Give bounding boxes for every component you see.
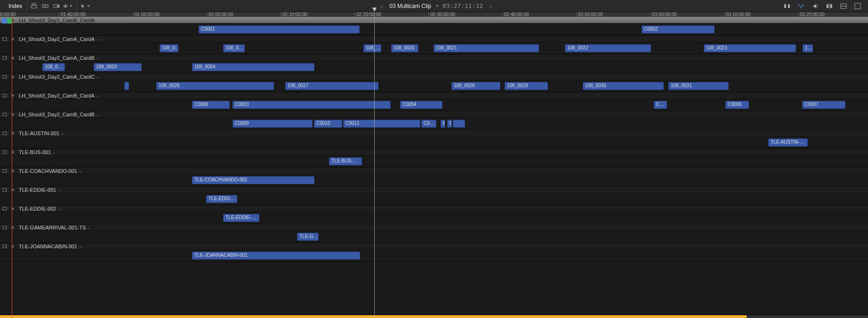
angle-track[interactable]: TLE-COACHVANDO-001 — [0, 174, 868, 187]
angle-name-dropdown[interactable]: TLE-JOANNACABIN-001 ⌵ — [19, 244, 81, 249]
angle-track[interactable]: C0009C0010C0011C0…FC — [0, 118, 868, 130]
timeline-ruler[interactable]: 0:00:00 01:40:00:0001:50:00:0002:00:00:0… — [0, 12, 868, 17]
clip[interactable]: TLE-COACHVANDO-001 — [192, 176, 314, 184]
clip[interactable]: TLE-EDDIE-… — [223, 214, 259, 222]
clip[interactable]: 108_0026 — [156, 82, 274, 90]
angle-header[interactable]: LH_Shoot3_Day1_CamB_CardA ⌵ — [0, 17, 868, 24]
clip[interactable]: C0004 — [400, 101, 442, 109]
clip[interactable]: 1… — [803, 44, 813, 52]
audio-monitor-icon[interactable] — [7, 18, 12, 24]
monitor-icon[interactable] — [2, 130, 8, 136]
clip[interactable]: C0010 — [314, 120, 342, 128]
skimming-icon[interactable] — [782, 1, 792, 11]
audio-icon[interactable] — [10, 130, 16, 136]
clip[interactable]: C0007 — [802, 101, 845, 109]
angle-header[interactable]: TLE-BUS-001 ⌵ — [0, 149, 868, 155]
angle-track[interactable]: TLE-BUS-… — [0, 155, 868, 168]
angle-track[interactable]: 108_0…108_0003108_0004 — [0, 61, 868, 73]
nav-next-icon[interactable]: › — [487, 2, 495, 10]
clip[interactable]: 108_0030 — [583, 82, 664, 90]
fullscreen-icon[interactable] — [853, 1, 862, 11]
clip[interactable] — [453, 120, 465, 128]
clip[interactable]: TLE-G… — [297, 233, 319, 241]
clip[interactable]: TLE-EDDI… — [206, 195, 237, 203]
clip[interactable]: 108_… — [363, 44, 381, 52]
clip[interactable]: 108_0… — [223, 44, 245, 52]
audio-icon[interactable] — [10, 244, 16, 249]
clip[interactable]: 108_0020 — [391, 44, 418, 52]
angle-name-dropdown[interactable]: LH_Shoot3_Day2_CamB_CardA ⌵ — [19, 93, 99, 98]
audio-skim-icon[interactable] — [796, 1, 806, 11]
angle-track[interactable]: C0001C0002 — [0, 24, 868, 36]
monitor-icon[interactable] — [2, 168, 8, 174]
audio-icon[interactable] — [10, 206, 16, 212]
clip[interactable]: C0002 — [642, 25, 715, 33]
angle-header[interactable]: TLE-COACHVANDO-001 ⌵ — [0, 168, 868, 174]
angle-name-dropdown[interactable]: TLE-GAMEARRIVAL-001-TS ⌵ — [19, 225, 90, 230]
angle-name-dropdown[interactable]: LH_Shoot3_Day2_CamB_CardB ⌵ — [19, 112, 99, 117]
clip[interactable]: C0011 — [343, 120, 420, 128]
angle-track[interactable]: TLE-G… — [0, 231, 868, 243]
monitor-icon[interactable] — [2, 93, 8, 98]
angle-header[interactable]: LH_Shoot3_Day2_CamA_CardA ⌵ — [0, 36, 868, 42]
layout-icon[interactable] — [839, 1, 848, 11]
audio-icon[interactable] — [10, 93, 16, 98]
angle-name-dropdown[interactable]: TLE-BUS-001 ⌵ — [19, 149, 55, 155]
monitor-icon[interactable] — [2, 36, 8, 42]
angle-track[interactable]: TLE-EDDI… — [0, 193, 868, 205]
index-button[interactable]: Index — [4, 0, 27, 12]
angle-name-dropdown[interactable]: LH_Shoot3_Day2_CamA_CardA ⌵ — [19, 36, 99, 42]
clip[interactable]: 108_0023 — [704, 44, 796, 52]
clip[interactable]: C0… — [421, 120, 436, 128]
clip[interactable]: 108_0… — [42, 63, 65, 71]
clip[interactable]: 108_0031 — [668, 82, 729, 90]
monitor-icon[interactable] — [2, 187, 8, 193]
monitor-icon[interactable] — [2, 244, 8, 249]
clip[interactable]: 108_0027 — [285, 82, 378, 90]
angle-header[interactable]: TLE-JOANNACABIN-001 ⌵ — [0, 243, 868, 250]
clip[interactable]: C — [447, 120, 452, 128]
angle-header[interactable]: LH_Shoot3_Day2_CamA_CardB ⌵ — [0, 55, 868, 61]
audio-icon[interactable] — [10, 149, 16, 155]
clip[interactable]: TLE-AUSTIN-… — [768, 139, 808, 147]
angle-track[interactable]: TLE-JOANNACABIN-001 — [0, 250, 868, 262]
snapping-icon[interactable] — [825, 1, 834, 11]
angle-header[interactable]: TLE-GAMEARRIVAL-001-TS ⌵ — [0, 224, 868, 231]
angle-track[interactable]: C0008C0003C0004C…C0006C0007 — [0, 99, 868, 111]
angle-name-dropdown[interactable]: TLE-EDDIE-002 ⌵ — [19, 206, 60, 212]
clip[interactable]: 108_0003 — [94, 63, 142, 71]
audio-icon[interactable] — [10, 112, 16, 117]
audio-icon[interactable] — [10, 168, 16, 174]
clip[interactable]: TLE-BUS-… — [329, 157, 362, 165]
angle-header[interactable]: TLE-EDDIE-002 ⌵ — [0, 205, 868, 212]
angle-track[interactable]: 108_0026108_0027108_0028108_0029108_0030… — [0, 80, 868, 92]
monitor-icon[interactable] — [2, 112, 8, 117]
clip[interactable]: F — [441, 120, 445, 128]
clip-title-dropdown[interactable]: 03 Multicam Clip — [389, 3, 439, 9]
solo-icon[interactable] — [811, 1, 820, 11]
angle-track[interactable]: TLE-EDDIE-… — [0, 212, 868, 224]
angle-header[interactable]: LH_Shoot3_Day2_CamB_CardB ⌵ — [0, 111, 868, 118]
clip[interactable]: TLE-JOANNACABIN-001 — [192, 252, 360, 260]
insert-clip-icon[interactable] — [40, 1, 50, 11]
video-monitor-icon[interactable] — [2, 18, 7, 24]
angle-header[interactable]: LH_Shoot3_Day2_CamB_CardA ⌵ — [0, 92, 868, 99]
append-clip-icon[interactable] — [52, 1, 61, 11]
clip[interactable]: C0008 — [192, 101, 230, 109]
angle-name-dropdown[interactable]: TLE-COACHVANDO-001 ⌵ — [19, 168, 81, 174]
monitor-icon[interactable] — [2, 55, 8, 61]
clip[interactable]: 108_0… — [160, 44, 178, 52]
angle-name-dropdown[interactable]: LH_Shoot3_Day1_CamB_CardA ⌵ — [19, 17, 99, 23]
monitor-icon[interactable] — [2, 206, 8, 212]
monitor-icon[interactable] — [2, 225, 8, 230]
clip[interactable]: 108_0021 — [434, 44, 539, 52]
angle-track[interactable]: TLE-AUSTIN-… — [0, 137, 868, 149]
nav-prev-icon[interactable]: ‹ — [378, 2, 386, 10]
angle-name-dropdown[interactable]: TLE-AUSTIN-001 ⌵ — [19, 130, 64, 136]
angle-header[interactable]: TLE-EDDIE-001 ⌵ — [0, 187, 868, 193]
overwrite-clip-dropdown[interactable] — [63, 1, 72, 11]
monitor-icon[interactable] — [2, 149, 8, 155]
audio-icon[interactable] — [10, 187, 16, 193]
angle-name-dropdown[interactable]: LH_Shoot3_Day2_CamA_CardC ⌵ — [19, 74, 99, 80]
clip[interactable]: C… — [654, 101, 667, 109]
